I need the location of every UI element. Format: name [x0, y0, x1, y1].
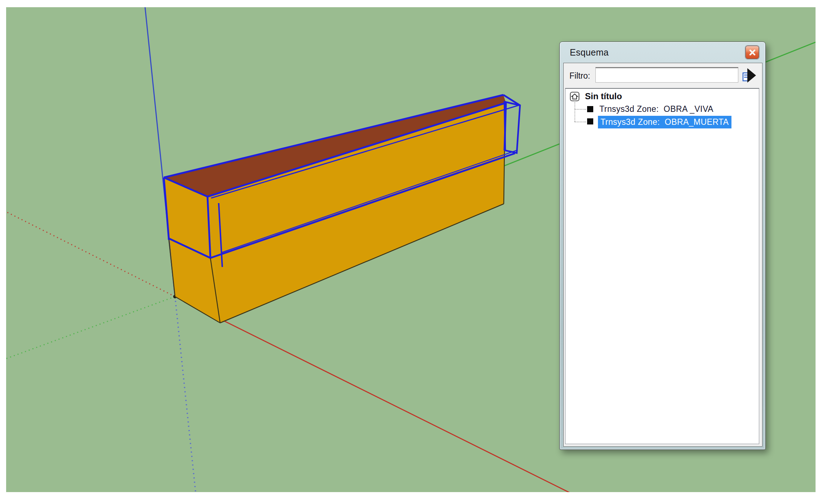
tree-connector-item-1 — [574, 109, 586, 110]
details-arrow-icon — [741, 67, 758, 84]
sketchup-viewport-screenshot: { "panel": { "title": "Esquema", "filter… — [0, 0, 826, 504]
tree-connector-item-2 — [574, 122, 586, 122]
tree-item-obra-viva[interactable]: Trnsys3d Zone: OBRA _VIVA — [599, 103, 713, 115]
window-title: Esquema — [570, 47, 609, 58]
outliner-titlebar[interactable]: Esquema — [560, 42, 765, 63]
close-icon — [749, 49, 756, 56]
filter-input[interactable] — [595, 67, 738, 83]
tree-root-row[interactable]: Sin título — [570, 91, 622, 102]
tree-item-obra-muerta[interactable]: Trnsys3d Zone: OBRA_MUERTA — [598, 116, 731, 128]
model-house-icon — [570, 92, 580, 101]
outliner-content: Filtro: Sin título — [563, 63, 762, 447]
close-button[interactable] — [746, 46, 759, 59]
tree-root-label: Sin título — [585, 91, 622, 101]
tree-connector-vertical — [574, 101, 575, 122]
filter-details-button[interactable] — [741, 67, 758, 84]
filter-label: Filtro: — [569, 71, 590, 81]
zone-icon — [587, 118, 593, 124]
outliner-tree: Sin título Trnsys3d Zone: OBRA _VIVA Trn… — [565, 88, 759, 444]
outliner-window: Esquema Filtro: — [559, 41, 766, 450]
zone-icon — [587, 106, 593, 112]
tree-item-label: Trnsys3d Zone: OBRA _VIVA — [599, 104, 713, 114]
tree-item-label: Trnsys3d Zone: OBRA_MUERTA — [600, 117, 729, 127]
filter-row: Filtro: — [564, 63, 762, 88]
